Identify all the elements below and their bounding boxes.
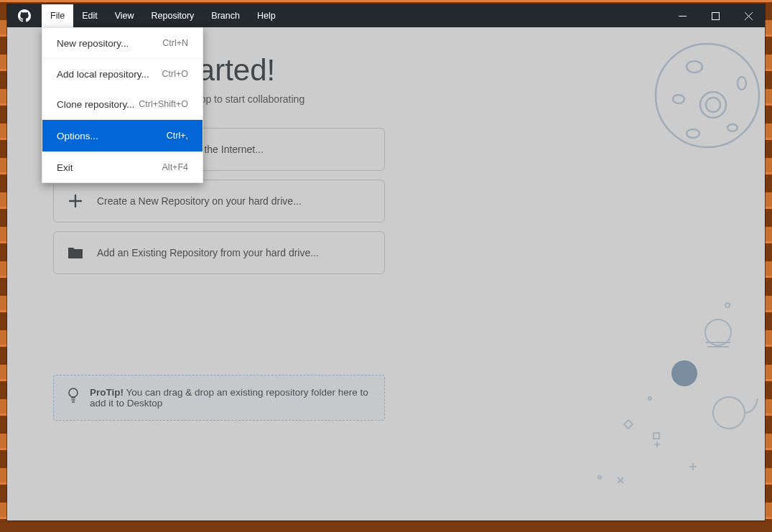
plus-icon	[67, 192, 84, 210]
action-label: Add an Existing Repository from your har…	[97, 247, 319, 258]
menu-help[interactable]: Help	[248, 4, 284, 27]
protip-box: ProTip! You can drag & drop an existing …	[53, 375, 385, 421]
menu-item-shortcut: Ctrl+Shift+O	[139, 99, 188, 109]
svg-rect-16	[654, 433, 659, 439]
svg-point-10	[705, 319, 731, 345]
github-logo-icon	[7, 9, 42, 22]
menu-label: Edit	[82, 11, 98, 21]
app-window: File Edit View Repository Branch Help	[7, 4, 765, 521]
svg-point-19	[69, 388, 78, 397]
add-repo-card[interactable]: Add an Existing Repository from your har…	[53, 231, 385, 274]
close-button[interactable]	[732, 4, 765, 27]
protip-label: ProTip!	[90, 387, 124, 398]
menu-branch[interactable]: Branch	[203, 4, 248, 27]
svg-point-15	[598, 476, 601, 479]
menu-item-label: Clone repository...	[57, 99, 135, 110]
folder-icon	[67, 244, 84, 261]
menu-item-label: Add local repository...	[57, 69, 149, 80]
window-controls	[666, 4, 765, 27]
menu-label: Branch	[211, 11, 240, 21]
menu-label: View	[115, 11, 134, 21]
svg-rect-0	[679, 16, 687, 17]
svg-point-13	[725, 303, 730, 307]
file-dropdown: New repository... Ctrl+N Add local repos…	[42, 27, 203, 183]
menu-item-shortcut: Ctrl+,	[167, 131, 188, 141]
menu-item-shortcut: Ctrl+N	[162, 38, 188, 48]
menu-edit[interactable]: Edit	[73, 4, 106, 27]
lightbulb-icon	[67, 387, 80, 409]
menu-item-label: New repository...	[57, 38, 129, 49]
menu-label: Help	[257, 11, 276, 21]
menu-view[interactable]: View	[106, 4, 143, 27]
create-repo-card[interactable]: Create a New Repository on your hard dri…	[53, 179, 385, 223]
menu-clone-repository[interactable]: Clone repository... Ctrl+Shift+O	[42, 89, 203, 119]
menu-item-shortcut: Ctrl+O	[162, 69, 188, 79]
protip-body: You can drag & drop an existing reposito…	[90, 387, 368, 409]
menu-label: File	[50, 11, 65, 21]
minimize-button[interactable]	[666, 4, 699, 27]
space-illustration-icon	[578, 262, 765, 521]
maximize-button[interactable]	[699, 4, 732, 27]
svg-point-14	[648, 397, 651, 400]
svg-point-8	[727, 124, 738, 131]
menu-file[interactable]: File	[42, 4, 73, 27]
titlebar: File Edit View Repository Branch Help	[7, 4, 765, 27]
action-label: Create a New Repository on your hard dri…	[97, 195, 302, 207]
menu-add-local-repository[interactable]: Add local repository... Ctrl+O	[42, 59, 203, 89]
svg-point-11	[671, 360, 697, 386]
menu-options[interactable]: Options... Ctrl+,	[42, 120, 203, 151]
menu-exit[interactable]: Exit Alt+F4	[42, 152, 203, 182]
menu-label: Repository	[152, 11, 195, 21]
svg-point-12	[713, 397, 745, 429]
svg-rect-1	[712, 12, 719, 19]
svg-point-9	[738, 77, 746, 90]
menu-item-label: Options...	[57, 131, 98, 141]
protip-text: ProTip! You can drag & drop an existing …	[90, 387, 371, 409]
menu-item-shortcut: Alt+F4	[162, 162, 188, 172]
menu-new-repository[interactable]: New repository... Ctrl+N	[42, 28, 203, 58]
menu-repository[interactable]: Repository	[143, 4, 203, 27]
svg-point-7	[687, 129, 699, 138]
menu-item-label: Exit	[57, 162, 73, 173]
